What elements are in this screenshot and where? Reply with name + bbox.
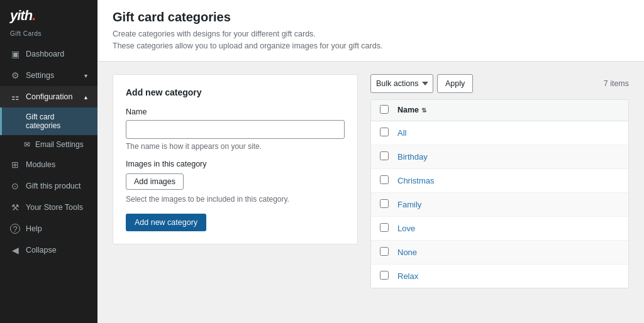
row-link[interactable]: Love <box>397 224 415 233</box>
bulk-actions-select[interactable]: Bulk actions <box>370 74 433 93</box>
sidebar-item-label: Gift this product <box>26 182 81 190</box>
row-checkbox-col <box>380 175 397 186</box>
modules-icon: ⊞ <box>10 160 20 170</box>
apply-button[interactable]: Apply <box>437 74 473 93</box>
row-checkbox-col <box>380 223 397 234</box>
sidebar-item-gift-this-product[interactable]: ⊙ Gift this product <box>0 175 97 197</box>
table-row: Christmas <box>371 169 628 193</box>
sidebar-item-your-store-tools[interactable]: ⚒ Your Store Tools <box>0 197 97 218</box>
sidebar-item-gift-card-categories[interactable]: Gift card categories <box>0 107 97 135</box>
row-checkbox[interactable] <box>380 128 389 136</box>
collapse-icon: ◀ <box>10 245 20 255</box>
name-input[interactable] <box>126 120 345 139</box>
row-checkbox[interactable] <box>380 223 389 232</box>
row-link[interactable]: All <box>397 128 406 138</box>
main-content: Gift card categories Create categories w… <box>97 0 644 323</box>
row-checkbox[interactable] <box>380 175 389 184</box>
form-title: Add new category <box>126 87 345 97</box>
logo-text: yith. <box>10 9 87 23</box>
sidebar-item-label: Dashboard <box>26 50 64 58</box>
sidebar-item-modules[interactable]: ⊞ Modules <box>0 154 97 175</box>
table-row: Love <box>371 217 628 241</box>
name-label: Name <box>126 107 345 116</box>
select-all-checkbox[interactable] <box>380 105 389 114</box>
sidebar-item-label: Collapse <box>26 246 57 255</box>
images-hint: Select the images to be included in this… <box>126 195 345 204</box>
page-description: Create categories with designs for your … <box>113 28 629 52</box>
sidebar-sub-item-label: Gift card categories <box>26 112 87 130</box>
name-hint: The name is how it appears on your site. <box>126 142 345 151</box>
sidebar-item-label: Your Store Tools <box>26 203 83 212</box>
store-icon: ⚒ <box>10 202 20 212</box>
items-count: 7 items <box>604 79 629 88</box>
sidebar-item-settings[interactable]: ⚙ Settings ▾ <box>0 65 97 86</box>
table-toolbar: Bulk actions Apply 7 items <box>370 74 629 93</box>
chevron-up-icon: ▴ <box>84 94 87 101</box>
table-row: Relax <box>371 265 628 288</box>
row-link[interactable]: Christmas <box>397 176 435 185</box>
chevron-down-icon: ▾ <box>84 72 87 79</box>
row-name: Love <box>397 224 619 233</box>
table-header-row: Name ⇅ <box>371 100 628 121</box>
page-desc-line2: These categories allow you to upload and… <box>113 41 382 50</box>
row-checkbox[interactable] <box>380 151 389 160</box>
sidebar-item-dashboard[interactable]: ▣ Dashboard <box>0 43 97 65</box>
sidebar-subtitle: Gift Cards <box>0 29 97 43</box>
row-checkbox[interactable] <box>380 247 389 256</box>
row-checkbox-col <box>380 151 397 162</box>
row-name: None <box>397 248 619 257</box>
row-name: Family <box>397 200 619 209</box>
sidebar: yith. Gift Cards ▣ Dashboard ⚙ Settings … <box>0 0 97 323</box>
sidebar-item-label: Help <box>26 224 42 233</box>
help-icon: ? <box>10 224 20 234</box>
sidebar-item-configuration[interactable]: ⚏ Configuration ▴ <box>0 86 97 107</box>
dashboard-icon: ▣ <box>10 49 20 59</box>
sidebar-item-label: Settings <box>26 71 54 80</box>
page-title: Gift card categories <box>113 10 629 25</box>
table-row: Birthday <box>371 145 628 169</box>
row-link[interactable]: Birthday <box>397 152 428 162</box>
row-link[interactable]: Relax <box>397 271 418 281</box>
row-link[interactable]: Family <box>397 200 421 209</box>
email-icon: ✉ <box>24 140 30 149</box>
row-checkbox-col <box>380 128 397 138</box>
row-checkbox[interactable] <box>380 199 389 208</box>
sidebar-item-label: Configuration <box>26 92 72 101</box>
settings-icon: ⚙ <box>10 70 20 80</box>
gift-icon: ⊙ <box>10 181 20 191</box>
add-category-button[interactable]: Add new category <box>126 214 206 231</box>
images-section-label: Images in this category <box>126 160 345 168</box>
header-checkbox-col <box>380 105 397 116</box>
table-row: All <box>371 121 628 145</box>
sidebar-item-email-settings[interactable]: ✉ Email Settings <box>0 135 97 154</box>
add-category-form: Add new category Name The name is how it… <box>113 74 358 244</box>
sidebar-logo: yith. <box>0 0 97 29</box>
table-row: Family <box>371 193 628 217</box>
sidebar-item-collapse[interactable]: ◀ Collapse <box>0 239 97 261</box>
configuration-icon: ⚏ <box>10 92 20 102</box>
row-link[interactable]: None <box>397 248 417 257</box>
sidebar-navigation: ▣ Dashboard ⚙ Settings ▾ ⚏ Configuration… <box>0 43 97 323</box>
sidebar-sub-item-label: Email Settings <box>35 140 84 149</box>
content-area: Add new category Name The name is how it… <box>97 62 644 324</box>
top-bar: Gift card categories Create categories w… <box>97 0 644 62</box>
row-name: Relax <box>397 271 619 281</box>
name-header-label: Name <box>397 106 419 114</box>
row-checkbox[interactable] <box>380 271 389 280</box>
sort-icon: ⇅ <box>421 107 426 114</box>
row-name: Birthday <box>397 152 619 162</box>
categories-table-panel: Bulk actions Apply 7 items Name ⇅ <box>370 74 629 311</box>
row-checkbox-col <box>380 199 397 210</box>
row-checkbox-col <box>380 271 397 282</box>
name-column-header[interactable]: Name ⇅ <box>397 106 619 114</box>
add-images-button[interactable]: Add images <box>126 173 184 190</box>
sidebar-item-help[interactable]: ? Help <box>0 218 97 239</box>
categories-table: Name ⇅ All <box>370 99 629 288</box>
sidebar-item-label: Modules <box>26 160 55 169</box>
page-desc-line1: Create categories with designs for your … <box>113 30 316 38</box>
row-name: Christmas <box>397 176 619 185</box>
row-checkbox-col <box>380 247 397 258</box>
table-row: None <box>371 241 628 265</box>
row-name: All <box>397 128 619 138</box>
